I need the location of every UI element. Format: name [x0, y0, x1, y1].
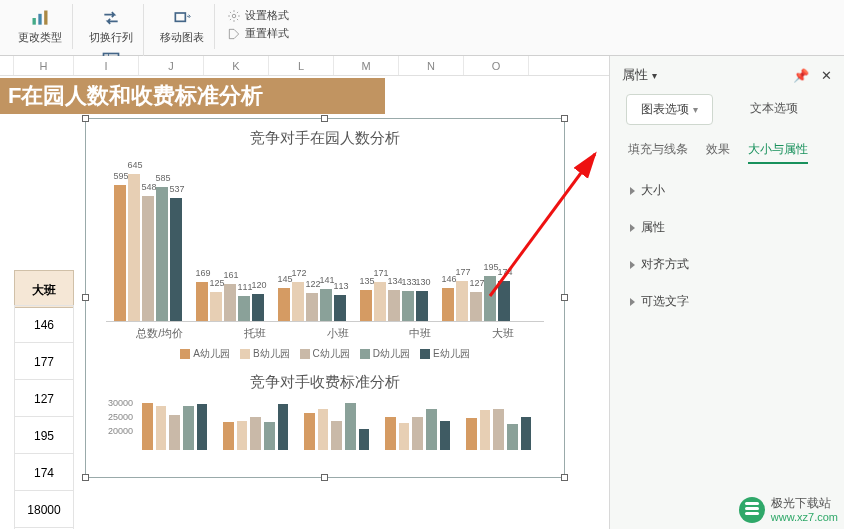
section-alt-text[interactable]: 可选文字	[626, 283, 828, 320]
expand-icon	[630, 298, 635, 306]
chart-bar	[399, 423, 410, 450]
col-header[interactable]: K	[204, 56, 269, 75]
col-header[interactable]: M	[334, 56, 399, 75]
panel-title: 属性 ▾	[622, 66, 657, 84]
resize-handle[interactable]	[321, 474, 328, 481]
chart-bar	[480, 410, 491, 450]
x-label: 总数/均价	[136, 326, 183, 341]
chart-bar: 171	[374, 282, 386, 321]
chart-bar	[304, 413, 315, 450]
data-cell[interactable]: 18000	[14, 490, 74, 528]
expand-icon	[630, 261, 635, 269]
chart-bar: 585	[156, 187, 168, 321]
resize-handle[interactable]	[82, 294, 89, 301]
data-column: 146 177 127 195 174 18000 12000	[14, 306, 74, 529]
resize-handle[interactable]	[561, 474, 568, 481]
chart-bar	[156, 406, 167, 450]
chart-options-dropdown[interactable]: 图表选项▾	[626, 94, 713, 125]
chart-bar: 125	[210, 292, 222, 321]
chart-bar	[278, 404, 289, 450]
col-header[interactable]: L	[269, 56, 334, 75]
chart-bar: 645	[128, 174, 140, 321]
chart-bar	[440, 421, 451, 450]
chart-bar	[142, 403, 153, 450]
x-label: 中班	[409, 326, 431, 341]
chart-bar	[385, 417, 396, 450]
chart-bar: 113	[334, 295, 346, 321]
x-label: 大班	[492, 326, 514, 341]
data-cell[interactable]: 127	[14, 379, 74, 417]
chart-bar: 133	[402, 291, 414, 321]
move-chart-button[interactable]: 移动图表	[156, 6, 208, 47]
chart-bar	[169, 415, 180, 450]
data-cell[interactable]: 174	[14, 453, 74, 491]
y-tick: 20000	[108, 426, 133, 436]
chart-plot-area-2	[142, 398, 544, 450]
col-header[interactable]: N	[399, 56, 464, 75]
section-properties[interactable]: 属性	[626, 209, 828, 246]
set-format-button[interactable]: 设置格式	[227, 8, 289, 23]
chart-bar	[237, 421, 248, 450]
chart-bar	[359, 429, 370, 450]
data-cell[interactable]: 177	[14, 342, 74, 380]
chart-bar: 548	[142, 196, 154, 321]
col-header[interactable]: O	[464, 56, 529, 75]
svg-rect-1	[38, 14, 41, 25]
svg-rect-4	[175, 13, 185, 21]
svg-point-5	[232, 14, 236, 18]
chart-bar	[507, 424, 518, 450]
chart-bar: 120	[252, 294, 264, 321]
reset-style-button[interactable]: 重置样式	[227, 26, 289, 41]
chart-bar: 127	[470, 292, 482, 321]
data-cell[interactable]: 146	[14, 305, 74, 343]
chart-bar	[493, 409, 504, 450]
chart-bar	[264, 422, 275, 450]
chart-bar: 595	[114, 185, 126, 321]
resize-handle[interactable]	[561, 115, 568, 122]
change-type-button[interactable]: 更改类型	[14, 6, 66, 47]
resize-handle[interactable]	[321, 115, 328, 122]
col-header[interactable]: H	[14, 56, 74, 75]
col-header[interactable]: I	[74, 56, 139, 75]
embedded-chart[interactable]: 竞争对手在园人数分析 59564554858553716912516111112…	[85, 118, 565, 478]
chart-bar: 135	[360, 290, 372, 321]
expand-icon	[630, 224, 635, 232]
sub-tabs: 填充与线条 效果 大小与属性	[620, 133, 834, 164]
legend-item: D幼儿园	[360, 347, 410, 361]
resize-handle[interactable]	[82, 474, 89, 481]
chart-bar: 146	[442, 288, 454, 321]
chart-title: 竞争对手在园人数分析	[86, 119, 564, 152]
close-icon[interactable]: ✕	[821, 68, 832, 83]
svg-rect-2	[44, 11, 47, 25]
subtab-effect[interactable]: 效果	[706, 141, 730, 164]
chart-bar	[412, 417, 423, 450]
chart-bar: 145	[278, 288, 290, 321]
legend-item: B幼儿园	[240, 347, 290, 361]
column-headers: H I J K L M N O	[0, 56, 609, 76]
subtab-size[interactable]: 大小与属性	[748, 141, 808, 164]
section-size[interactable]: 大小	[626, 172, 828, 209]
data-cell[interactable]: 195	[14, 416, 74, 454]
switch-row-col-button[interactable]: 切换行列	[85, 6, 137, 47]
chart-bar	[318, 409, 329, 450]
col-header[interactable]: J	[139, 56, 204, 75]
svg-rect-0	[33, 18, 36, 25]
chart-bar	[426, 409, 437, 450]
properties-panel: 属性 ▾ 📌 ✕ 图表选项▾ 文本选项 填充与线条 效果 大小与属性 大小 属性…	[609, 56, 844, 529]
section-align[interactable]: 对齐方式	[626, 246, 828, 283]
chart-bar: 195	[484, 276, 496, 321]
chart-bar	[345, 403, 356, 450]
chart-plot-area: 5956455485855371691251611111201451721221…	[106, 152, 544, 322]
resize-handle[interactable]	[561, 294, 568, 301]
text-options-tab[interactable]: 文本选项	[719, 94, 828, 125]
chart-bar: 122	[306, 293, 318, 321]
subtab-fill[interactable]: 填充与线条	[628, 141, 688, 164]
table-header-cell[interactable]: 大班	[14, 270, 74, 308]
chevron-down-icon: ▾	[693, 104, 698, 115]
chart-bar: 537	[170, 198, 182, 321]
chart-type-icon	[30, 8, 50, 28]
resize-handle[interactable]	[82, 115, 89, 122]
switch-icon	[101, 8, 121, 28]
pin-icon[interactable]: 📌	[793, 68, 809, 83]
x-label: 托班	[244, 326, 266, 341]
